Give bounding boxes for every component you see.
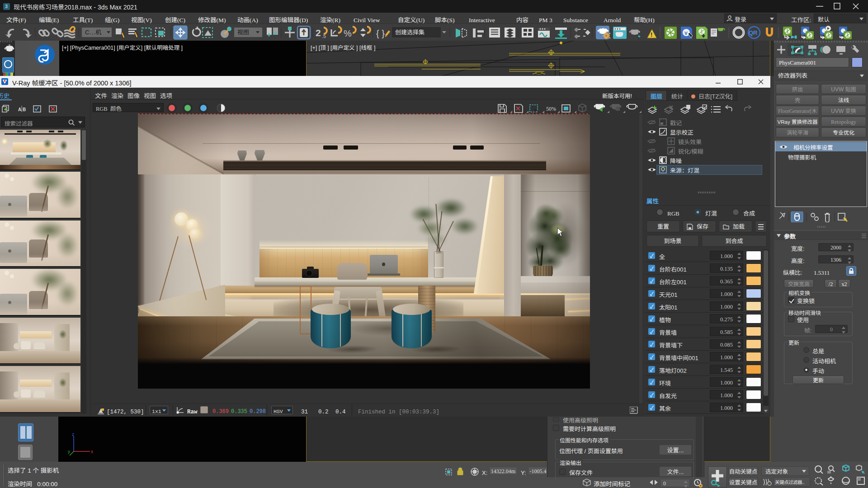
svg-text:{ }: { } <box>376 26 385 39</box>
svg-text:QR: QR <box>749 28 758 37</box>
svg-text:3: 3 <box>5 3 8 9</box>
svg-text:视图: 视图 <box>237 28 249 36</box>
svg-text:z: z <box>72 432 74 437</box>
svg-text:y: y <box>68 448 70 455</box>
svg-text:2: 2 <box>316 25 321 39</box>
svg-text:x: x <box>91 448 93 455</box>
svg-text:%: % <box>344 26 352 39</box>
svg-text:A: A <box>18 106 21 113</box>
svg-text:C…机: C…机 <box>85 28 101 36</box>
svg-text:B: B <box>23 106 26 113</box>
svg-text:创建选择集: 创建选择集 <box>395 28 425 36</box>
svg-text:50%: 50% <box>546 106 556 112</box>
svg-text:!: ! <box>651 30 652 38</box>
svg-text:v: v <box>684 28 688 36</box>
